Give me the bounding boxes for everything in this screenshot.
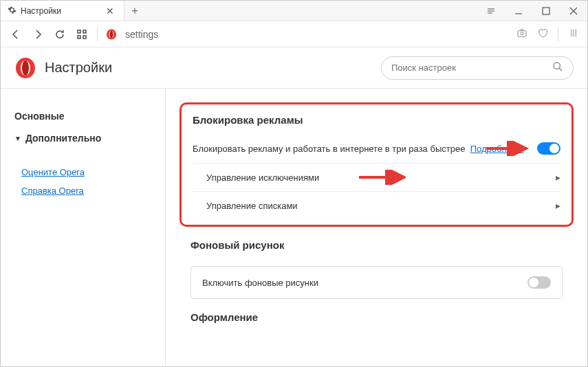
opera-logo-icon	[14, 57, 36, 79]
svg-point-19	[554, 63, 560, 69]
svg-point-12	[521, 32, 523, 34]
settings-content: Блокировка рекламы Блокировать рекламу и…	[166, 89, 587, 367]
divider	[558, 27, 558, 41]
svg-rect-4	[78, 30, 80, 33]
wallpaper-toggle-row: Включить фоновые рисунки	[190, 266, 563, 299]
wallpaper-enable-label: Включить фоновые рисунки	[202, 278, 527, 288]
divider	[97, 27, 98, 41]
manage-lists-label: Управление списками	[193, 201, 556, 211]
svg-line-20	[559, 68, 562, 71]
speed-dial-button[interactable]	[75, 27, 89, 41]
learn-more-link[interactable]: Подробнее...	[470, 144, 524, 154]
sidebar-item-advanced[interactable]: ▼ Дополнительно	[14, 127, 151, 149]
theme-heading: Оформление	[190, 311, 563, 323]
svg-rect-6	[78, 36, 80, 38]
manage-exceptions-label: Управление исключениями	[193, 173, 556, 183]
manage-lists-row[interactable]: Управление списками ▸	[193, 191, 560, 219]
window-controls	[477, 1, 587, 21]
address-bar: settings	[1, 21, 587, 47]
chevron-right-icon: ▸	[556, 172, 560, 183]
sidebar-item-basic[interactable]: Основные	[14, 105, 151, 127]
search-settings[interactable]	[381, 56, 574, 80]
page-title: Настройки	[45, 60, 112, 76]
title-bar: Настройки ✕ +	[1, 1, 587, 21]
browser-tab[interactable]: Настройки ✕	[1, 1, 124, 21]
snapshot-icon[interactable]	[516, 27, 527, 41]
adblock-section: Блокировка рекламы Блокировать рекламу и…	[179, 102, 574, 227]
search-input[interactable]	[391, 63, 552, 73]
page-header: Настройки	[1, 47, 587, 89]
svg-rect-1	[543, 8, 549, 14]
maximize-button[interactable]	[532, 6, 560, 16]
svg-point-10	[110, 30, 113, 38]
chevron-right-icon: ▸	[556, 200, 560, 211]
url-input[interactable]: settings	[125, 29, 508, 40]
manage-exceptions-row[interactable]: Управление исключениями ▸	[193, 163, 560, 191]
adblock-heading: Блокировка рекламы	[193, 114, 560, 126]
reload-button[interactable]	[53, 27, 67, 41]
extensions-icon[interactable]	[568, 27, 579, 41]
heart-icon[interactable]	[537, 27, 548, 41]
sidebar-toggle-icon[interactable]	[477, 6, 505, 16]
svg-rect-7	[83, 36, 86, 38]
theme-section: Оформление	[179, 311, 574, 323]
adblock-toggle-row: Блокировать рекламу и работать в интерне…	[193, 134, 560, 163]
sidebar-link-rate[interactable]: Оцените Opera	[21, 163, 151, 181]
search-icon	[552, 61, 563, 75]
caret-down-icon: ▼	[14, 135, 21, 142]
gear-icon	[8, 5, 17, 16]
sidebar: Основные ▼ Дополнительно Оцените Opera С…	[1, 89, 166, 367]
tab-title: Настройки	[21, 6, 61, 16]
back-button[interactable]	[9, 27, 23, 41]
wallpaper-heading: Фоновый рисунок	[190, 239, 563, 251]
svg-rect-5	[83, 30, 86, 33]
wallpaper-section: Фоновый рисунок Включить фоновые рисунки	[179, 239, 574, 299]
sidebar-link-help[interactable]: Справка Opera	[21, 181, 151, 200]
wallpaper-toggle[interactable]	[527, 276, 551, 289]
minimize-button[interactable]	[505, 6, 532, 16]
adblock-description: Блокировать рекламу и работать в интерне…	[193, 144, 537, 154]
opera-logo-icon	[106, 29, 117, 40]
new-tab-button[interactable]: +	[124, 1, 145, 21]
close-tab-button[interactable]: ✕	[103, 5, 117, 16]
adblock-toggle[interactable]	[537, 142, 560, 155]
svg-rect-11	[518, 30, 526, 36]
svg-point-18	[22, 60, 29, 76]
close-window-button[interactable]	[560, 6, 587, 16]
forward-button[interactable]	[31, 27, 45, 41]
